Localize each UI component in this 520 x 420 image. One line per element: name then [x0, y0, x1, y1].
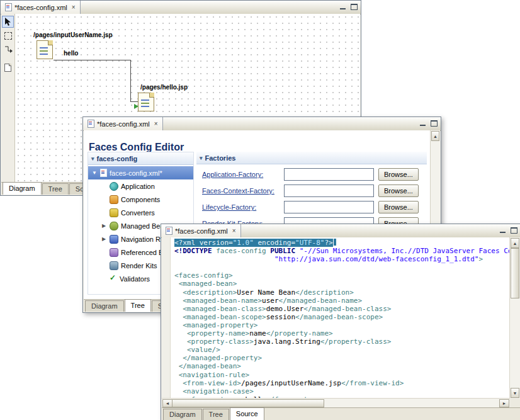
- close-icon[interactable]: ×: [154, 120, 158, 127]
- minimize-icon[interactable]: [419, 120, 427, 127]
- editor-tab-bar: *faces-config.xml ×: [83, 117, 441, 131]
- connection-line[interactable]: [130, 101, 138, 102]
- connection-icon: [4, 45, 13, 54]
- code-line: <?xml version="1.0" encoding="UTF-8"?>: [174, 239, 509, 247]
- scroll-up-icon[interactable]: [511, 238, 519, 248]
- tree-item-label: Application: [121, 183, 155, 190]
- minimize-icon[interactable]: [339, 3, 347, 11]
- tree-item-components[interactable]: Components: [88, 193, 193, 206]
- tree-root-item[interactable]: faces-config.xml*: [88, 166, 193, 179]
- factory-input-application-factory[interactable]: [284, 168, 374, 181]
- section-title: faces-config: [97, 155, 138, 162]
- marker-bar: [162, 237, 171, 399]
- factory-link-faces-context-factory[interactable]: Faces-Context-Factory:: [202, 187, 284, 195]
- xml-file-icon: [88, 120, 94, 128]
- scrollbar-corner: [510, 399, 520, 408]
- code-line: </managed-bean>: [174, 362, 509, 370]
- section-header[interactable]: Factories: [196, 152, 427, 164]
- factory-input-lifecycle-factory[interactable]: [284, 201, 374, 213]
- editor-tab[interactable]: *faces-config.xml ×: [83, 117, 163, 130]
- scroll-down-icon[interactable]: [511, 388, 519, 398]
- connection-tool-button[interactable]: [2, 43, 14, 55]
- scroll-up-icon[interactable]: [431, 131, 439, 141]
- vertical-scrollbar[interactable]: [509, 237, 520, 399]
- factory-link-application-factory[interactable]: Application-Factory:: [202, 171, 284, 178]
- render-kits-icon: [110, 261, 118, 270]
- factory-row: Lifecycle-Factory:Browse...: [202, 201, 427, 213]
- view-tab-tree[interactable]: Tree: [125, 299, 151, 312]
- browse-button[interactable]: Browse...: [378, 168, 419, 181]
- browse-button[interactable]: Browse...: [378, 184, 419, 197]
- managed-beans-icon: [110, 222, 118, 230]
- page-node-hello[interactable]: [138, 93, 154, 111]
- browse-button[interactable]: Browse...: [378, 201, 419, 213]
- components-icon: [110, 195, 118, 204]
- code-line: <managed-bean-name>user</managed-bean-na…: [174, 297, 509, 305]
- view-tab-diagram[interactable]: Diagram: [3, 182, 42, 195]
- desktop: *faces-config.xml ×: [0, 0, 520, 420]
- editor-tab-bar: *faces-config.xml ×: [161, 224, 520, 238]
- maximize-icon[interactable]: [430, 120, 438, 127]
- view-tab-diagram[interactable]: Diagram: [85, 300, 124, 312]
- new-page-tool-button[interactable]: [2, 62, 14, 74]
- code-line: "http://java.sun.com/dtd/web-facesconfig…: [174, 255, 509, 263]
- connection-line[interactable]: [130, 60, 131, 101]
- tree-item-label: Validators: [120, 275, 150, 283]
- horizontal-scrollbar[interactable]: [162, 398, 510, 408]
- new-page-icon: [4, 64, 11, 72]
- section-header[interactable]: faces-config: [88, 152, 193, 165]
- view-tab-bar: DiagramTreeSource: [162, 407, 520, 420]
- code-area[interactable]: <?xml version="1.0" encoding="UTF-8"?><!…: [171, 237, 509, 399]
- page-node-label: /pages/inputUserName.jsp: [33, 31, 113, 38]
- xml-file-icon: [166, 227, 172, 235]
- scrollbar-thumb[interactable]: [172, 399, 324, 407]
- code-line: <navigation-case>: [174, 387, 509, 395]
- minimize-icon[interactable]: [499, 227, 507, 234]
- page-node-input-user-name[interactable]: [37, 40, 53, 59]
- factory-link-lifecycle-factory[interactable]: Lifecycle-Factory:: [202, 203, 284, 211]
- view-tab-tree[interactable]: Tree: [203, 409, 229, 420]
- expander-icon[interactable]: [91, 170, 98, 176]
- expander-icon[interactable]: ▶: [101, 223, 107, 229]
- factory-row: Faces-Context-Factory:Browse...: [202, 184, 427, 197]
- select-tool-button[interactable]: [2, 16, 14, 28]
- code-line: <managed-bean-class>demo.User</managed-b…: [174, 305, 509, 313]
- code-line: <faces-config>: [174, 271, 509, 280]
- view-tab-diagram[interactable]: Diagram: [163, 409, 202, 420]
- close-icon[interactable]: ×: [232, 227, 236, 234]
- code-line: <from-view-id>/pages/inputUserName.jsp</…: [174, 379, 509, 387]
- code-line: <description>User Name Bean</description…: [174, 288, 509, 297]
- source-editor: <?xml version="1.0" encoding="UTF-8"?><!…: [162, 237, 520, 399]
- tree-item-converters[interactable]: Converters: [88, 206, 193, 219]
- view-tab-source[interactable]: Source: [230, 407, 264, 420]
- code-line: <property-name>name</property-name>: [174, 329, 509, 338]
- converters-icon: [110, 208, 118, 217]
- tab-title: *faces-config.xml: [14, 4, 67, 11]
- tab-title: *faces-config.xml: [175, 227, 228, 235]
- view-tab-tree[interactable]: Tree: [42, 183, 69, 195]
- scroll-right-icon[interactable]: [499, 399, 509, 407]
- maximize-icon[interactable]: [510, 227, 518, 234]
- validators-icon: [110, 275, 117, 283]
- tree-item-label: Components: [121, 196, 160, 203]
- editor-tab[interactable]: *faces-config.xml ×: [161, 224, 241, 237]
- section-collapse-icon: [91, 156, 94, 162]
- expander-icon[interactable]: ▶: [101, 236, 107, 242]
- tree-item-application[interactable]: Application: [88, 179, 193, 193]
- editor-tab[interactable]: *faces-config.xml ×: [1, 1, 81, 14]
- marquee-tool-button[interactable]: [2, 30, 14, 42]
- navigation-link-label[interactable]: hello: [64, 50, 78, 57]
- code-line: </managed-property>: [174, 354, 509, 362]
- code-line: <property-class>java.lang.String</proper…: [174, 338, 509, 346]
- factory-input-faces-context-factory[interactable]: [284, 184, 374, 197]
- section-title: Factories: [205, 154, 236, 162]
- scroll-left-icon[interactable]: [162, 399, 172, 407]
- close-icon[interactable]: ×: [72, 4, 76, 11]
- maximize-icon[interactable]: [350, 3, 358, 11]
- window-source-editor: *faces-config.xml × <?xml version="1.0" …: [161, 224, 520, 420]
- scrollbar-thumb[interactable]: [511, 248, 519, 298]
- factory-row: Application-Factory:Browse...: [202, 168, 427, 181]
- xml-file-icon: [100, 169, 107, 177]
- page-node-label: /pages/hello.jsp: [140, 84, 188, 91]
- connection-line[interactable]: [54, 60, 130, 60]
